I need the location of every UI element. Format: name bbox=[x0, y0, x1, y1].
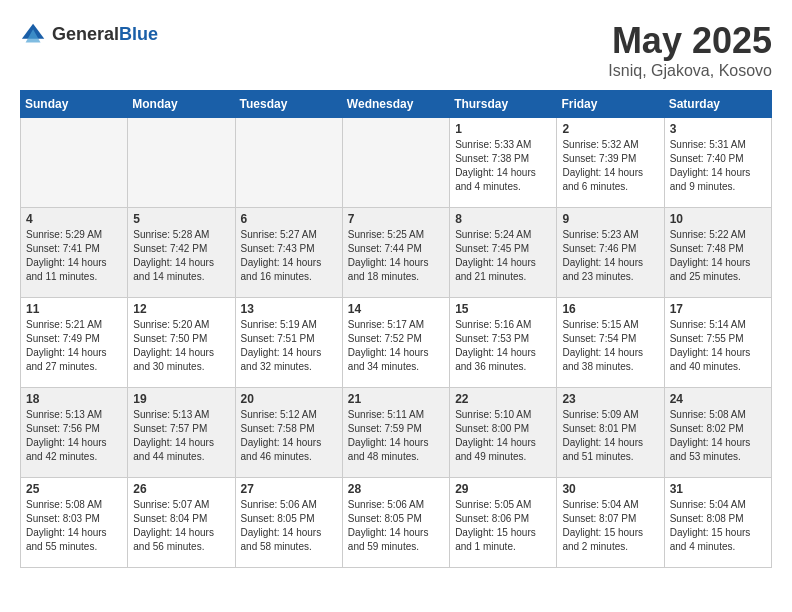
calendar-cell: 17Sunrise: 5:14 AMSunset: 7:55 PMDayligh… bbox=[664, 298, 771, 388]
day-number: 12 bbox=[133, 302, 229, 316]
title-block: May 2025 Isniq, Gjakova, Kosovo bbox=[608, 20, 772, 80]
day-number: 6 bbox=[241, 212, 337, 226]
day-number: 13 bbox=[241, 302, 337, 316]
day-info: Sunrise: 5:07 AMSunset: 8:04 PMDaylight:… bbox=[133, 498, 229, 554]
day-number: 10 bbox=[670, 212, 766, 226]
day-number: 18 bbox=[26, 392, 122, 406]
day-info: Sunrise: 5:16 AMSunset: 7:53 PMDaylight:… bbox=[455, 318, 551, 374]
col-monday: Monday bbox=[128, 91, 235, 118]
day-info: Sunrise: 5:11 AMSunset: 7:59 PMDaylight:… bbox=[348, 408, 444, 464]
day-number: 16 bbox=[562, 302, 658, 316]
day-number: 24 bbox=[670, 392, 766, 406]
day-number: 3 bbox=[670, 122, 766, 136]
col-sunday: Sunday bbox=[21, 91, 128, 118]
day-number: 23 bbox=[562, 392, 658, 406]
calendar-cell: 31Sunrise: 5:04 AMSunset: 8:08 PMDayligh… bbox=[664, 478, 771, 568]
day-number: 20 bbox=[241, 392, 337, 406]
calendar-cell: 3Sunrise: 5:31 AMSunset: 7:40 PMDaylight… bbox=[664, 118, 771, 208]
day-info: Sunrise: 5:13 AMSunset: 7:57 PMDaylight:… bbox=[133, 408, 229, 464]
day-number: 25 bbox=[26, 482, 122, 496]
logo-blue: Blue bbox=[119, 24, 158, 44]
day-number: 22 bbox=[455, 392, 551, 406]
day-number: 4 bbox=[26, 212, 122, 226]
day-info: Sunrise: 5:31 AMSunset: 7:40 PMDaylight:… bbox=[670, 138, 766, 194]
header-row: Sunday Monday Tuesday Wednesday Thursday… bbox=[21, 91, 772, 118]
day-number: 27 bbox=[241, 482, 337, 496]
calendar-cell: 4Sunrise: 5:29 AMSunset: 7:41 PMDaylight… bbox=[21, 208, 128, 298]
calendar-cell: 23Sunrise: 5:09 AMSunset: 8:01 PMDayligh… bbox=[557, 388, 664, 478]
day-info: Sunrise: 5:08 AMSunset: 8:02 PMDaylight:… bbox=[670, 408, 766, 464]
logo-general: General bbox=[52, 24, 119, 44]
day-info: Sunrise: 5:28 AMSunset: 7:42 PMDaylight:… bbox=[133, 228, 229, 284]
calendar-cell: 26Sunrise: 5:07 AMSunset: 8:04 PMDayligh… bbox=[128, 478, 235, 568]
day-info: Sunrise: 5:23 AMSunset: 7:46 PMDaylight:… bbox=[562, 228, 658, 284]
calendar-cell: 1Sunrise: 5:33 AMSunset: 7:38 PMDaylight… bbox=[450, 118, 557, 208]
day-info: Sunrise: 5:24 AMSunset: 7:45 PMDaylight:… bbox=[455, 228, 551, 284]
logo-icon bbox=[20, 20, 48, 48]
calendar-cell: 19Sunrise: 5:13 AMSunset: 7:57 PMDayligh… bbox=[128, 388, 235, 478]
col-saturday: Saturday bbox=[664, 91, 771, 118]
day-number: 2 bbox=[562, 122, 658, 136]
day-info: Sunrise: 5:32 AMSunset: 7:39 PMDaylight:… bbox=[562, 138, 658, 194]
col-wednesday: Wednesday bbox=[342, 91, 449, 118]
calendar-cell: 24Sunrise: 5:08 AMSunset: 8:02 PMDayligh… bbox=[664, 388, 771, 478]
calendar-cell: 14Sunrise: 5:17 AMSunset: 7:52 PMDayligh… bbox=[342, 298, 449, 388]
day-number: 1 bbox=[455, 122, 551, 136]
calendar-cell bbox=[235, 118, 342, 208]
calendar-cell: 5Sunrise: 5:28 AMSunset: 7:42 PMDaylight… bbox=[128, 208, 235, 298]
day-number: 8 bbox=[455, 212, 551, 226]
calendar-week-5: 25Sunrise: 5:08 AMSunset: 8:03 PMDayligh… bbox=[21, 478, 772, 568]
calendar-cell bbox=[342, 118, 449, 208]
day-info: Sunrise: 5:13 AMSunset: 7:56 PMDaylight:… bbox=[26, 408, 122, 464]
day-info: Sunrise: 5:25 AMSunset: 7:44 PMDaylight:… bbox=[348, 228, 444, 284]
day-info: Sunrise: 5:27 AMSunset: 7:43 PMDaylight:… bbox=[241, 228, 337, 284]
calendar-cell: 9Sunrise: 5:23 AMSunset: 7:46 PMDaylight… bbox=[557, 208, 664, 298]
day-number: 15 bbox=[455, 302, 551, 316]
day-info: Sunrise: 5:04 AMSunset: 8:08 PMDaylight:… bbox=[670, 498, 766, 554]
day-info: Sunrise: 5:06 AMSunset: 8:05 PMDaylight:… bbox=[241, 498, 337, 554]
calendar-table: Sunday Monday Tuesday Wednesday Thursday… bbox=[20, 90, 772, 568]
calendar-cell: 13Sunrise: 5:19 AMSunset: 7:51 PMDayligh… bbox=[235, 298, 342, 388]
calendar-cell: 30Sunrise: 5:04 AMSunset: 8:07 PMDayligh… bbox=[557, 478, 664, 568]
month-title: May 2025 bbox=[608, 20, 772, 62]
page-header: GeneralBlue May 2025 Isniq, Gjakova, Kos… bbox=[20, 20, 772, 80]
day-info: Sunrise: 5:17 AMSunset: 7:52 PMDaylight:… bbox=[348, 318, 444, 374]
day-number: 31 bbox=[670, 482, 766, 496]
day-info: Sunrise: 5:04 AMSunset: 8:07 PMDaylight:… bbox=[562, 498, 658, 554]
calendar-cell: 28Sunrise: 5:06 AMSunset: 8:05 PMDayligh… bbox=[342, 478, 449, 568]
calendar-cell: 6Sunrise: 5:27 AMSunset: 7:43 PMDaylight… bbox=[235, 208, 342, 298]
calendar-cell: 22Sunrise: 5:10 AMSunset: 8:00 PMDayligh… bbox=[450, 388, 557, 478]
calendar-cell: 20Sunrise: 5:12 AMSunset: 7:58 PMDayligh… bbox=[235, 388, 342, 478]
day-info: Sunrise: 5:33 AMSunset: 7:38 PMDaylight:… bbox=[455, 138, 551, 194]
calendar-cell: 15Sunrise: 5:16 AMSunset: 7:53 PMDayligh… bbox=[450, 298, 557, 388]
calendar-cell: 27Sunrise: 5:06 AMSunset: 8:05 PMDayligh… bbox=[235, 478, 342, 568]
col-thursday: Thursday bbox=[450, 91, 557, 118]
calendar-cell: 11Sunrise: 5:21 AMSunset: 7:49 PMDayligh… bbox=[21, 298, 128, 388]
calendar-cell: 29Sunrise: 5:05 AMSunset: 8:06 PMDayligh… bbox=[450, 478, 557, 568]
day-info: Sunrise: 5:14 AMSunset: 7:55 PMDaylight:… bbox=[670, 318, 766, 374]
calendar-cell: 21Sunrise: 5:11 AMSunset: 7:59 PMDayligh… bbox=[342, 388, 449, 478]
calendar-cell: 10Sunrise: 5:22 AMSunset: 7:48 PMDayligh… bbox=[664, 208, 771, 298]
day-number: 28 bbox=[348, 482, 444, 496]
col-friday: Friday bbox=[557, 91, 664, 118]
location: Isniq, Gjakova, Kosovo bbox=[608, 62, 772, 80]
logo-text: GeneralBlue bbox=[52, 24, 158, 45]
calendar-week-2: 4Sunrise: 5:29 AMSunset: 7:41 PMDaylight… bbox=[21, 208, 772, 298]
calendar-cell: 25Sunrise: 5:08 AMSunset: 8:03 PMDayligh… bbox=[21, 478, 128, 568]
day-info: Sunrise: 5:15 AMSunset: 7:54 PMDaylight:… bbox=[562, 318, 658, 374]
col-tuesday: Tuesday bbox=[235, 91, 342, 118]
calendar-cell: 7Sunrise: 5:25 AMSunset: 7:44 PMDaylight… bbox=[342, 208, 449, 298]
day-number: 14 bbox=[348, 302, 444, 316]
day-number: 17 bbox=[670, 302, 766, 316]
day-number: 26 bbox=[133, 482, 229, 496]
day-number: 9 bbox=[562, 212, 658, 226]
day-info: Sunrise: 5:21 AMSunset: 7:49 PMDaylight:… bbox=[26, 318, 122, 374]
day-info: Sunrise: 5:09 AMSunset: 8:01 PMDaylight:… bbox=[562, 408, 658, 464]
day-number: 30 bbox=[562, 482, 658, 496]
day-number: 19 bbox=[133, 392, 229, 406]
day-number: 7 bbox=[348, 212, 444, 226]
calendar-cell: 18Sunrise: 5:13 AMSunset: 7:56 PMDayligh… bbox=[21, 388, 128, 478]
day-info: Sunrise: 5:20 AMSunset: 7:50 PMDaylight:… bbox=[133, 318, 229, 374]
day-info: Sunrise: 5:06 AMSunset: 8:05 PMDaylight:… bbox=[348, 498, 444, 554]
calendar-cell: 12Sunrise: 5:20 AMSunset: 7:50 PMDayligh… bbox=[128, 298, 235, 388]
